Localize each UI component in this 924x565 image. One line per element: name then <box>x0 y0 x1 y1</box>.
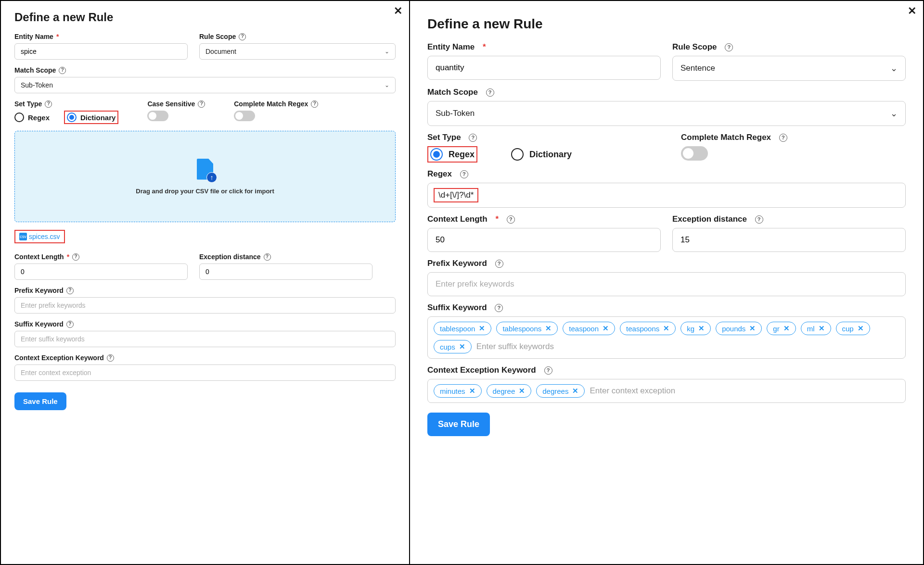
rule-scope-label: Rule Scope ? <box>672 42 906 52</box>
close-icon[interactable]: ✕ <box>394 6 402 16</box>
dialog-title: Define a new Rule <box>14 11 396 24</box>
remove-tag-icon[interactable]: ✕ <box>603 324 609 333</box>
set-type-label: Set Type ? <box>427 133 652 142</box>
keyword-tag[interactable]: tablespoon ✕ <box>434 322 491 335</box>
chevron-down-icon: ⌄ <box>385 48 389 55</box>
regex-value[interactable]: \d+[\/]?\d* <box>438 190 474 200</box>
remove-tag-icon[interactable]: ✕ <box>819 324 825 333</box>
help-icon[interactable]: ? <box>264 253 271 261</box>
keyword-tag[interactable]: cup ✕ <box>836 322 870 335</box>
help-icon[interactable]: ? <box>755 215 763 224</box>
keyword-tag[interactable]: gr ✕ <box>767 322 796 335</box>
help-icon[interactable]: ? <box>66 287 74 294</box>
complete-match-label: Complete Match Regex ? <box>681 133 906 142</box>
prefix-keyword-input[interactable] <box>427 272 906 296</box>
context-exception-placeholder: Enter context exception <box>590 386 675 396</box>
context-length-input[interactable] <box>427 228 661 252</box>
context-exception-tags[interactable]: minutes ✕degree ✕degrees ✕Enter context … <box>427 379 906 403</box>
help-icon[interactable]: ? <box>779 134 787 142</box>
entity-name-input[interactable] <box>14 43 188 60</box>
keyword-tag[interactable]: kg ✕ <box>680 322 711 335</box>
csv-file-icon: csv <box>19 233 27 240</box>
remove-tag-icon[interactable]: ✕ <box>783 324 790 333</box>
prefix-keyword-label: Prefix Keyword ? <box>427 259 906 268</box>
help-icon[interactable]: ? <box>486 88 494 97</box>
entity-name-label: Entity Name * <box>427 42 661 52</box>
exception-distance-input[interactable] <box>199 264 372 280</box>
chevron-down-icon: ⌄ <box>890 63 898 74</box>
help-icon[interactable]: ? <box>107 354 114 362</box>
remove-tag-icon[interactable]: ✕ <box>572 387 578 395</box>
help-icon[interactable]: ? <box>311 100 318 108</box>
keyword-tag[interactable]: degrees ✕ <box>536 384 585 398</box>
keyword-tag[interactable]: tablespoons ✕ <box>496 322 558 335</box>
help-icon[interactable]: ? <box>59 67 66 74</box>
keyword-tag[interactable]: teaspoons ✕ <box>620 322 676 335</box>
remove-tag-icon[interactable]: ✕ <box>519 387 525 395</box>
close-icon[interactable]: ✕ <box>908 6 916 16</box>
context-exception-input[interactable] <box>14 364 396 381</box>
complete-match-toggle[interactable] <box>681 146 708 161</box>
rule-scope-select[interactable]: Sentence⌄ <box>672 56 906 81</box>
help-icon[interactable]: ? <box>507 215 515 224</box>
help-icon[interactable]: ? <box>469 134 477 142</box>
suffix-keyword-input[interactable] <box>14 331 396 347</box>
exception-distance-input[interactable] <box>672 228 906 252</box>
help-icon[interactable]: ? <box>544 366 552 375</box>
case-sensitive-label: Case Sensitive? <box>147 100 205 108</box>
chevron-down-icon: ⌄ <box>890 108 898 119</box>
suffix-keyword-label: Suffix Keyword? <box>14 320 396 328</box>
suffix-keyword-tags[interactable]: tablespoon ✕tablespoons ✕teaspoon ✕teasp… <box>427 316 906 359</box>
rule-scope-select[interactable]: Document⌄ <box>199 43 396 60</box>
entity-name-input[interactable] <box>427 56 661 80</box>
remove-tag-icon[interactable]: ✕ <box>749 324 756 333</box>
csv-dropzone[interactable]: ↑ Drag and drop your CSV file or click f… <box>14 131 396 222</box>
exception-distance-label: Exception distance? <box>199 253 372 261</box>
help-icon[interactable]: ? <box>72 253 79 261</box>
rule-dialog-regex: ✕ Define a new Rule Entity Name * Rule S… <box>410 1 923 564</box>
uploaded-file-link[interactable]: csv spices.csv <box>19 233 60 240</box>
complete-match-toggle[interactable] <box>234 111 255 121</box>
set-type-label: Set Type? <box>14 100 118 108</box>
help-icon[interactable]: ? <box>460 170 468 178</box>
remove-tag-icon[interactable]: ✕ <box>858 324 864 333</box>
remove-tag-icon[interactable]: ✕ <box>698 324 705 333</box>
keyword-tag[interactable]: ml ✕ <box>801 322 831 335</box>
match-scope-select[interactable]: Sub-Token⌄ <box>427 101 906 126</box>
save-rule-button[interactable]: Save Rule <box>14 392 66 410</box>
remove-tag-icon[interactable]: ✕ <box>479 324 485 333</box>
help-icon[interactable]: ? <box>66 321 74 328</box>
help-icon[interactable]: ? <box>495 260 503 268</box>
prefix-keyword-input[interactable] <box>14 297 396 314</box>
dialog-title: Define a new Rule <box>427 16 906 32</box>
keyword-tag[interactable]: cups ✕ <box>434 340 472 353</box>
radio-regex[interactable]: Regex <box>430 148 475 161</box>
help-icon[interactable]: ? <box>239 33 246 40</box>
help-icon[interactable]: ? <box>495 304 503 312</box>
radio-regex[interactable]: Regex <box>14 113 50 122</box>
match-scope-select[interactable]: Sub-Token⌄ <box>14 77 396 93</box>
context-exception-label: Context Exception Keyword? <box>14 354 396 362</box>
context-length-input[interactable] <box>14 264 188 280</box>
remove-tag-icon[interactable]: ✕ <box>469 387 475 395</box>
case-sensitive-toggle[interactable] <box>147 111 168 121</box>
chevron-down-icon: ⌄ <box>385 82 389 88</box>
remove-tag-icon[interactable]: ✕ <box>459 342 465 351</box>
remove-tag-icon[interactable]: ✕ <box>545 324 552 333</box>
keyword-tag[interactable]: teaspoon ✕ <box>563 322 615 335</box>
help-icon[interactable]: ? <box>45 100 52 108</box>
keyword-tag[interactable]: pounds ✕ <box>716 322 762 335</box>
context-exception-label: Context Exception Keyword ? <box>427 365 906 375</box>
remove-tag-icon[interactable]: ✕ <box>663 324 669 333</box>
radio-dictionary[interactable]: Dictionary <box>511 148 572 161</box>
regex-label: Regex ? <box>427 169 906 179</box>
radio-dictionary[interactable]: Dictionary <box>67 113 116 122</box>
keyword-tag[interactable]: minutes ✕ <box>434 384 482 398</box>
keyword-tag[interactable]: degree ✕ <box>487 384 532 398</box>
help-icon[interactable]: ? <box>725 43 733 51</box>
entity-name-label: Entity Name* <box>14 33 188 40</box>
suffix-keyword-label: Suffix Keyword ? <box>427 303 906 313</box>
suffix-placeholder: Enter suffix keywords <box>476 342 554 352</box>
save-rule-button[interactable]: Save Rule <box>427 413 490 436</box>
help-icon[interactable]: ? <box>198 100 205 108</box>
